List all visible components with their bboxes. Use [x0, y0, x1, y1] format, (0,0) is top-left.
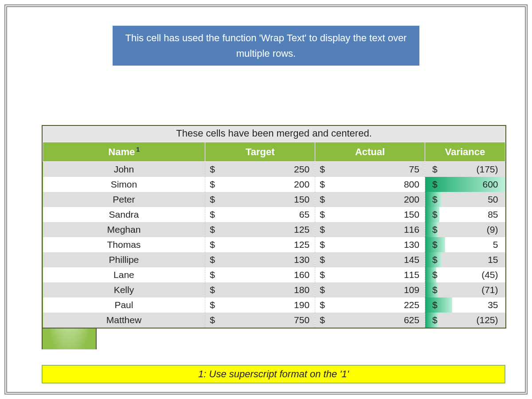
- wrap-text-callout: This cell has used the function 'Wrap Te…: [113, 26, 419, 66]
- footnote-bar: 1: Use superscript format on the '1': [42, 365, 505, 383]
- col-target: Target: [205, 142, 315, 162]
- cell-variance: $(9): [425, 222, 505, 237]
- table-row: Lane$160$115$(45): [43, 267, 505, 282]
- cell-actual: $625: [315, 313, 425, 328]
- cell-actual: $115: [315, 267, 425, 282]
- cell-name: Lane: [43, 267, 205, 282]
- cell-name: Matthew: [43, 313, 205, 328]
- cell-name: Paul: [43, 297, 205, 313]
- superscript-one: 1: [135, 146, 140, 153]
- data-table: Name1 Target Actual Variance John$250$75…: [43, 142, 505, 328]
- cell-name: Sandra: [43, 207, 205, 222]
- cell-actual: $200: [315, 192, 425, 207]
- cell-actual: $225: [315, 297, 425, 313]
- merged-centered-bar: These cells have been merged and centere…: [43, 126, 505, 142]
- cell-actual: $150: [315, 207, 425, 222]
- cell-target: $200: [205, 177, 315, 192]
- cell-target: $750: [205, 313, 315, 328]
- cell-actual: $130: [315, 237, 425, 252]
- cell-target: $190: [205, 297, 315, 313]
- page-frame: This cell has used the function 'Wrap Te…: [4, 4, 528, 395]
- cell-variance: $5: [425, 237, 505, 252]
- table-row: John$250$75$(175): [43, 162, 505, 177]
- cell-target: $130: [205, 252, 315, 267]
- cell-target: $250: [205, 162, 315, 177]
- cell-target: $180: [205, 282, 315, 297]
- cell-target: $125: [205, 237, 315, 252]
- cell-variance: $600: [425, 177, 505, 192]
- cell-variance: $(45): [425, 267, 505, 282]
- col-variance: Variance: [425, 142, 505, 162]
- cell-name: Meghan: [43, 222, 205, 237]
- table-row: Phillipe$130$145$15: [43, 252, 505, 267]
- spreadsheet-block: These cells have been merged and centere…: [42, 125, 506, 329]
- table-row: Thomas$125$130$5: [43, 237, 505, 252]
- cell-target: $65: [205, 207, 315, 222]
- table-row: Matthew$750$625$(125): [43, 313, 505, 328]
- cell-name: Kelly: [43, 282, 205, 297]
- table-row: Sandra$65$150$85: [43, 207, 505, 222]
- cell-actual: $116: [315, 222, 425, 237]
- cell-name: Peter: [43, 192, 205, 207]
- col-name: Name1: [43, 142, 205, 162]
- cell-variance: $(175): [425, 162, 505, 177]
- cell-variance: $(125): [425, 313, 505, 328]
- cell-actual: $800: [315, 177, 425, 192]
- table-row: Meghan$125$116$(9): [43, 222, 505, 237]
- cell-name: Thomas: [43, 237, 205, 252]
- cell-name: Phillipe: [43, 252, 205, 267]
- cell-target: $125: [205, 222, 315, 237]
- cell-variance: $50: [425, 192, 505, 207]
- table-row: Paul$190$225$35: [43, 297, 505, 313]
- cell-actual: $75: [315, 162, 425, 177]
- table-row: Peter$150$200$50: [43, 192, 505, 207]
- cell-variance: $15: [425, 252, 505, 267]
- col-actual: Actual: [315, 142, 425, 162]
- cell-actual: $145: [315, 252, 425, 267]
- header-row: Name1 Target Actual Variance: [43, 142, 505, 162]
- cell-variance: $(71): [425, 282, 505, 297]
- cell-name: Simon: [43, 177, 205, 192]
- table-row: Simon$200$800$600: [43, 177, 505, 192]
- cell-variance: $35: [425, 297, 505, 313]
- cell-target: $160: [205, 267, 315, 282]
- cell-actual: $109: [315, 282, 425, 297]
- cell-name: John: [43, 162, 205, 177]
- table-row: Kelly$180$109$(71): [43, 282, 505, 297]
- cell-variance: $85: [425, 207, 505, 222]
- cell-target: $150: [205, 192, 315, 207]
